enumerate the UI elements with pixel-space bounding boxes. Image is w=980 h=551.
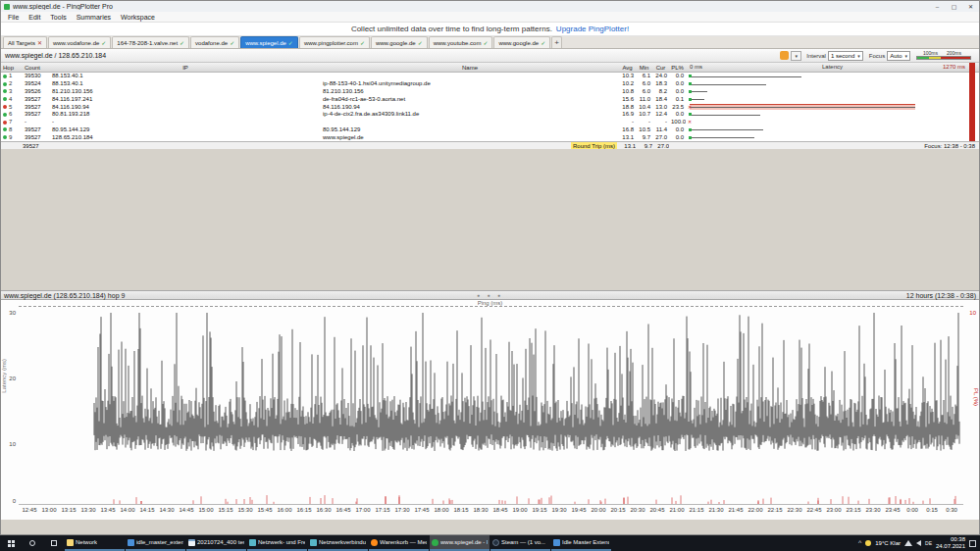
- column-header-ip[interactable]: IP: [50, 65, 321, 71]
- focus-select[interactable]: Auto ▾: [887, 51, 910, 61]
- task-view-button[interactable]: [43, 535, 65, 551]
- column-header-min[interactable]: Min: [636, 65, 652, 71]
- min-cell: 10.5: [636, 126, 652, 133]
- hop-cell: 8: [1, 126, 23, 133]
- latency-scale-legend: 100ms 200ms: [916, 50, 971, 62]
- taskbar-app-20210724-400-test[interactable]: 20210724_400 test: [186, 535, 246, 551]
- column-header-avg[interactable]: Avg: [619, 65, 636, 71]
- hop-row-8[interactable]: 83952780.95.144.12980.95.144.12916.810.5…: [1, 125, 979, 133]
- column-header-hop[interactable]: Hop: [1, 65, 23, 71]
- chevron-down-icon: ▾: [904, 53, 907, 59]
- column-header-count[interactable]: Count: [23, 65, 50, 71]
- taskbar-app-label: Netzwerk- und Frei...: [258, 539, 305, 545]
- menu-item-summaries[interactable]: Summaries: [72, 14, 116, 21]
- tab-label: www.google.de: [498, 40, 539, 46]
- tab-label: www.pingplotter.com: [304, 40, 358, 46]
- hop-row-9[interactable]: 939527128.65.210.184www.spiegel.de13.19.…: [1, 133, 979, 141]
- start-button[interactable]: [0, 535, 22, 551]
- min-cell: -: [636, 119, 652, 125]
- menu-item-edit[interactable]: Edit: [24, 14, 45, 21]
- ip-cell: 84.116.190.94: [50, 104, 321, 111]
- taskbar-app-warenkorb-medi-[interactable]: Warenkorb — Medi...: [369, 535, 429, 551]
- time-axis-tick: 22:15: [766, 507, 784, 513]
- upgrade-link[interactable]: Upgrade PingPlotter!: [556, 25, 629, 33]
- tab-vodafone-de[interactable]: vodafone.de✓: [190, 36, 239, 48]
- hop-row-6[interactable]: 63952780.81.193.218ip-4-de-cix2.fra.de.a…: [1, 111, 979, 119]
- hop-row-7[interactable]: 7-----100.0✕: [1, 119, 979, 126]
- trace-rows: 13953088.153.40.110.36.124.00.023952488.…: [1, 73, 979, 141]
- column-header-pl[interactable]: PL%: [669, 65, 686, 71]
- timeline-title: www.spiegel.de (128.65.210.184) hop 9: [4, 292, 906, 299]
- column-header-name[interactable]: Name: [321, 65, 619, 71]
- latency-range-bar: [690, 115, 760, 116]
- tray-expand-icon[interactable]: ^: [858, 539, 861, 547]
- tab-www-pingplotter-com[interactable]: www.pingplotter.com✓: [299, 36, 370, 48]
- hop-row-3[interactable]: 33952681.210.130.15681.210.130.15610.86.…: [1, 88, 979, 96]
- volume-icon[interactable]: [916, 540, 921, 546]
- interval-select[interactable]: 1 second ▾: [828, 51, 863, 61]
- time-axis-tick: 20:30: [629, 507, 646, 513]
- tab-label: www.vodafone.de: [53, 40, 99, 46]
- chevron-down-icon: ▾: [857, 53, 860, 59]
- focus-value: Auto: [890, 53, 902, 59]
- window-title: www.spiegel.de - PingPlotter Pro: [13, 3, 929, 10]
- menu-item-file[interactable]: File: [3, 14, 24, 21]
- latency-bar-cell: [686, 111, 979, 119]
- taskbar-app-netzwerkverbindun-[interactable]: Netzwerkverbindun...: [308, 535, 368, 551]
- alert-dropdown-button[interactable]: ▾: [791, 51, 801, 61]
- app-blue-icon: [128, 539, 134, 546]
- notification-center-icon[interactable]: [969, 540, 976, 547]
- taskbar-app-network[interactable]: Network: [65, 535, 125, 551]
- menu-item-tools[interactable]: Tools: [45, 14, 71, 21]
- folder-icon: [67, 539, 74, 546]
- network-icon[interactable]: [904, 540, 912, 546]
- time-axis-tick: 16:15: [295, 507, 313, 513]
- hop-row-2[interactable]: 23952488.153.40.1ip-88-153-40-1.hsi04.un…: [1, 80, 979, 88]
- tab-164-78-208-1-valve-net[interactable]: 164-78-208-1.valve.net✓: [112, 36, 189, 48]
- windows-logo-icon: [8, 540, 15, 547]
- timeline-graph[interactable]: Ping (ms) Latency (ms) PL (%) 10 3020100…: [1, 300, 979, 520]
- taskbar-app-steam-1-vo-[interactable]: Steam — (1 vo...: [490, 535, 550, 551]
- maximize-button[interactable]: ▢: [946, 1, 962, 12]
- current-latency-marker: [689, 82, 692, 85]
- y-axis-tick: 0: [4, 498, 16, 504]
- menu-item-workspace[interactable]: Workspace: [116, 14, 160, 21]
- taskbar-app-www-spiegel-de-p-[interactable]: www.spiegel.de - P...: [430, 535, 490, 551]
- weather-text[interactable]: 19°C Klar: [875, 540, 901, 546]
- count-cell: 39524: [23, 80, 50, 87]
- close-button[interactable]: ✕: [962, 1, 979, 12]
- tab-www-spiegel-de[interactable]: www.spiegel.de✓: [240, 36, 298, 48]
- search-button[interactable]: [22, 535, 43, 551]
- column-header-cur[interactable]: Cur: [652, 65, 669, 71]
- min-cell: 6.0: [636, 80, 652, 87]
- new-target-tab-button[interactable]: +: [551, 36, 562, 48]
- taskbar-app-idle-master-extended[interactable]: Idle Master Extended: [551, 535, 611, 551]
- taskbar-app-netzwerk-und-frei-[interactable]: Netzwerk- und Frei...: [247, 535, 307, 551]
- taskbar-app-label: Network: [76, 539, 97, 545]
- hop-row-5[interactable]: 53952784.116.190.9484.116.190.9418.810.4…: [1, 103, 979, 111]
- latency-trace-plot[interactable]: [1, 300, 979, 520]
- tab-www-google-de[interactable]: www.google.de✓: [493, 36, 550, 48]
- time-axis-tick: 23:00: [825, 507, 843, 513]
- ip-cell: 88.153.40.1: [50, 80, 321, 87]
- hop-row-4[interactable]: 43952784.116.197.241de-fra04d-rc1-ae-53-…: [1, 95, 979, 103]
- cur-cell: 18.3: [652, 80, 669, 87]
- alert-icon[interactable]: [780, 51, 789, 60]
- time-axis-tick: 21:30: [707, 507, 725, 513]
- target-title: www.spiegel.de / 128.65.210.184: [5, 52, 780, 59]
- count-cell: 39527: [23, 96, 50, 103]
- minimize-button[interactable]: –: [929, 1, 946, 12]
- time-axis-tick: 22:00: [747, 507, 764, 513]
- tab-www-youtube-com[interactable]: www.youtube.com✓: [429, 36, 493, 48]
- keyboard-language-indicator[interactable]: DE: [925, 540, 932, 546]
- tab-www-google-de[interactable]: www.google.de✓: [371, 36, 428, 48]
- taskbar-clock[interactable]: 00:38 24.07.2021: [936, 536, 965, 550]
- hop-status-icon: [3, 89, 7, 93]
- tab-www-vodafone-de[interactable]: www.vodafone.de✓: [48, 36, 111, 48]
- timeline-range-selector[interactable]: 12 hours (12:38 - 0:38): [906, 292, 976, 299]
- tab-all-targets[interactable]: All Targets✕: [3, 36, 47, 48]
- name-cell: ip-88-153-40-1.hsi04.unitymediagroup.de: [321, 80, 619, 87]
- timeline-header[interactable]: ● ● ● www.spiegel.de (128.65.210.184) ho…: [1, 290, 979, 300]
- taskbar-app-idle-master-extend-[interactable]: idle_master_extend...: [126, 535, 185, 551]
- hop-row-1[interactable]: 13953088.153.40.110.36.124.00.0: [1, 73, 979, 80]
